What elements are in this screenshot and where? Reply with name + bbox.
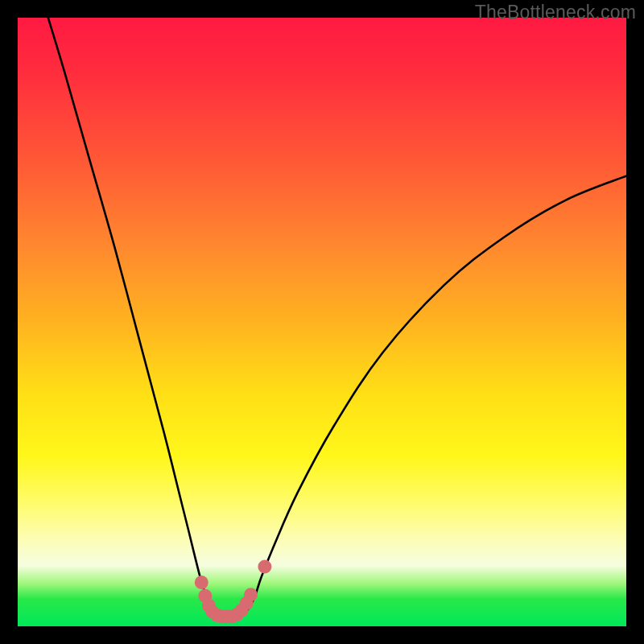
curve-marker [195, 576, 208, 589]
chart-frame: TheBottleneck.com [0, 0, 644, 644]
watermark-text: TheBottleneck.com [475, 2, 636, 23]
curve-marker [244, 588, 258, 601]
curve-layer [18, 18, 626, 626]
curve-marker [258, 559, 271, 573]
bottleneck-curve [48, 18, 626, 617]
curve-markers [195, 559, 272, 623]
plot-area [18, 18, 626, 626]
